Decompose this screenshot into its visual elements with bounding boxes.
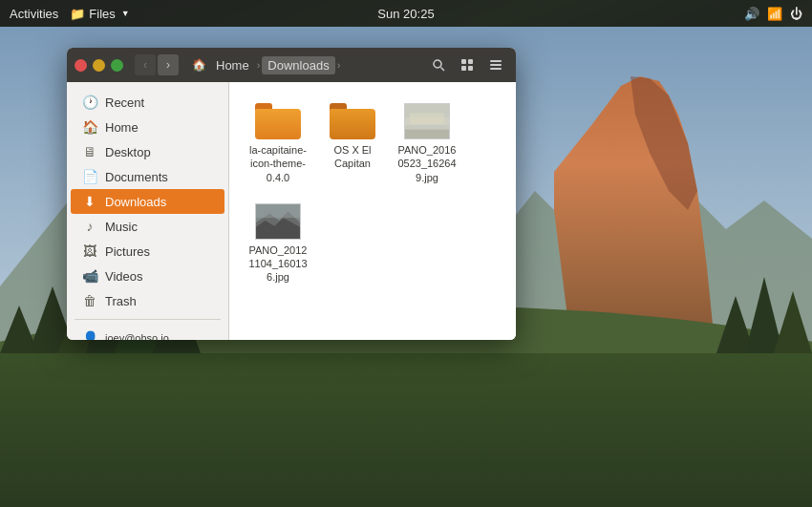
svg-rect-27 [490,60,502,62]
sidebar-label-videos: Videos [105,269,143,284]
sidebar-item-music[interactable]: ♪ Music [71,214,224,239]
sidebar-item-pictures[interactable]: 🖼 Pictures [71,239,224,264]
back-button[interactable]: ‹ [135,54,156,75]
sidebar-label-desktop: Desktop [105,145,151,159]
file-label-pano2: PANO_20121104_160136.jpg [248,243,308,285]
path-separator-2: › [337,59,341,71]
trash-icon: 🗑 [82,293,97,308]
music-icon: ♪ [82,219,97,234]
sidebar-label-home: Home [105,120,139,135]
desktop-icon: 🖥 [82,144,97,159]
sidebar-item-home[interactable]: 🏠 Home [71,115,224,139]
sidebar-item-account[interactable]: 👤 joey@ohso.io [71,326,224,340]
file-label-os-x: OS X El Capitan [323,143,382,171]
path-separator: › [257,59,261,71]
folder-body [255,109,301,139]
svg-line-22 [441,68,445,72]
network-icon: 🔊 [744,7,759,21]
file-item-pano1[interactable]: PANO_20160523_162649.jpg [394,97,460,190]
path-downloads[interactable]: Downloads [262,56,334,74]
file-label-pano1: PANO_20160523_162649.jpg [397,143,457,184]
files-menu[interactable]: 📁 Files ▼ [70,7,129,21]
file-manager-window: ‹ › 🏠 Home › Downloads › [67,48,516,340]
files-label: Files [89,7,115,21]
svg-rect-32 [405,130,449,139]
sidebar-label-music: Music [105,220,138,234]
svg-point-21 [434,60,441,68]
sidebar-label-documents: Documents [105,170,168,184]
activities-button[interactable]: Activities [10,7,58,21]
thumbnail-pano2 [255,203,301,240]
search-icon [432,58,445,72]
path-home[interactable]: Home [210,56,255,74]
pictures-icon: 🖼 [82,243,97,259]
close-button[interactable] [75,59,87,72]
sidebar-item-recent[interactable]: 🕐 Recent [71,90,224,115]
file-item-pano2[interactable]: PANO_20121104_160136.jpg [245,198,311,290]
svg-rect-37 [256,204,300,218]
sidebar-item-videos[interactable]: 📹 Videos [71,264,224,288]
thumbnail-svg-pano2 [256,203,300,240]
files-icon: 📁 [70,7,85,21]
sidebar-label-pictures: Pictures [105,244,150,259]
topbar-clock: Sun 20:25 [377,7,434,21]
file-item-la-capitaine[interactable]: la-capitaine-icon-theme-0.4.0 [245,97,311,190]
grid-view-button[interactable] [455,53,480,77]
downloads-icon: ⬇ [82,194,97,209]
titlebar: ‹ › 🏠 Home › Downloads › [67,48,516,82]
folder-body-2 [330,109,375,139]
titlebar-actions [426,53,508,77]
folder-icon-os-x [330,103,375,139]
sidebar-label-downloads: Downloads [105,195,166,209]
svg-rect-33 [410,113,444,124]
thumbnail-svg-pano1 [405,103,449,139]
folder-icon-la-capitaine [255,103,301,139]
topbar-left: Activities 📁 Files ▼ [10,7,130,21]
breadcrumb: 🏠 Home › Downloads › [192,56,420,74]
volume-icon: 📶 [767,7,782,21]
grid-icon [460,58,474,72]
sidebar-item-desktop[interactable]: 🖥 Desktop [71,139,224,164]
svg-rect-6 [0,353,812,507]
list-view-button[interactable] [483,53,508,77]
forward-button[interactable]: › [158,54,179,75]
sidebar: 🕐 Recent 🏠 Home 🖥 Desktop 📄 Documents ⬇ … [67,82,229,340]
topbar-right: 🔊 📶 ⏻ [744,7,802,21]
svg-rect-23 [461,59,466,64]
account-icon: 👤 [82,330,97,340]
home-icon: 🏠 [192,58,206,72]
svg-rect-29 [490,68,502,70]
svg-rect-26 [468,66,473,71]
sidebar-label-trash: Trash [105,294,137,308]
videos-icon: 📹 [82,268,97,284]
svg-rect-25 [461,66,466,71]
file-item-os-x[interactable]: OS X El Capitan [319,97,386,190]
svg-rect-28 [490,64,502,66]
sidebar-label-account: joey@ohso.io [105,332,169,340]
sidebar-divider [75,319,221,320]
files-chevron-icon: ▼ [121,9,130,18]
content-area: la-capitaine-icon-theme-0.4.0 OS X El Ca… [229,82,516,340]
home-sidebar-icon: 🏠 [82,119,97,135]
search-button[interactable] [426,53,451,77]
maximize-button[interactable] [111,59,123,72]
power-icon: ⏻ [790,7,802,21]
window-body: 🕐 Recent 🏠 Home 🖥 Desktop 📄 Documents ⬇ … [67,82,516,340]
sidebar-item-downloads[interactable]: ⬇ Downloads [71,189,224,214]
file-label-la-capitaine: la-capitaine-icon-theme-0.4.0 [248,143,308,184]
thumbnail-pano1 [404,103,450,139]
documents-icon: 📄 [82,169,97,184]
sidebar-label-recent: Recent [105,95,144,110]
recent-icon: 🕐 [82,95,97,110]
nav-buttons: ‹ › [135,54,179,75]
minimize-button[interactable] [93,59,105,72]
topbar: Activities 📁 Files ▼ Sun 20:25 🔊 📶 ⏻ [0,0,812,27]
sidebar-item-trash[interactable]: 🗑 Trash [71,288,224,313]
svg-rect-24 [468,59,473,64]
sidebar-item-documents[interactable]: 📄 Documents [71,164,224,189]
list-icon [489,58,502,72]
